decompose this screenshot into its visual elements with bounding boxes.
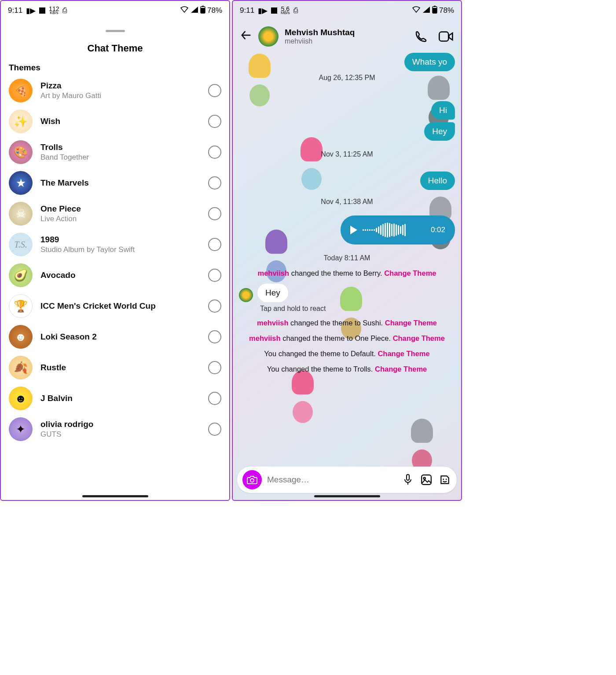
theme-radio[interactable] xyxy=(208,361,221,374)
mic-icon[interactable] xyxy=(401,473,414,486)
theme-title: 1989 xyxy=(40,235,200,244)
gallery-icon[interactable] xyxy=(420,473,433,486)
system-message: mehviish changed the theme to One Piece.… xyxy=(242,333,452,343)
battery-icon xyxy=(200,6,205,16)
theme-radio[interactable] xyxy=(208,269,221,282)
status-speed: 112 KB/s xyxy=(49,7,59,15)
theme-title: ICC Men's Cricket World Cup xyxy=(40,301,200,311)
theme-title: Wish xyxy=(40,117,200,126)
outgoing-bubble[interactable]: Hi xyxy=(431,101,455,120)
theme-icon: ☻ xyxy=(9,325,33,349)
theme-row-jbalvin[interactable]: ☻ J Balvin xyxy=(1,383,229,414)
right-screen: 9:11 ▮▶ 5.6 MB/s ⎙ 78% xyxy=(232,0,462,501)
incoming-row: Hey xyxy=(239,284,455,302)
theme-row-rustle[interactable]: 🍂 Rustle xyxy=(1,352,229,383)
header-username: mehviish xyxy=(285,37,407,45)
theme-radio[interactable] xyxy=(208,330,221,343)
theme-title: Rustle xyxy=(40,363,200,372)
message-input[interactable] xyxy=(267,475,396,485)
theme-title: Avocado xyxy=(40,270,200,280)
theme-title: olivia rodrigo xyxy=(40,420,200,429)
change-theme-link[interactable]: Change Theme xyxy=(384,269,436,277)
status-time: 9:11 xyxy=(240,6,254,15)
theme-subtitle: Live Action xyxy=(40,215,200,223)
video-call-icon[interactable] xyxy=(438,29,454,44)
sheet-pull-handle[interactable] xyxy=(106,30,125,32)
theme-row-wish[interactable]: ✨ Wish xyxy=(1,106,229,137)
avatar[interactable] xyxy=(258,26,279,47)
voice-message[interactable]: 0:02 xyxy=(341,215,455,244)
timestamp: Nov 4, 11:38 AM xyxy=(239,198,455,206)
back-arrow-icon[interactable] xyxy=(240,29,252,44)
incoming-bubble[interactable]: Hey xyxy=(257,284,288,302)
theme-title: One Piece xyxy=(40,204,200,214)
theme-radio[interactable] xyxy=(208,238,221,251)
voice-duration: 0:02 xyxy=(431,226,445,234)
wifi-icon xyxy=(180,6,189,15)
svg-rect-5 xyxy=(434,6,436,7)
svg-point-11 xyxy=(443,479,444,480)
timestamp: Today 8:11 AM xyxy=(239,254,455,262)
play-icon[interactable] xyxy=(350,226,357,234)
status-square-icon xyxy=(39,7,45,14)
message-composer xyxy=(237,467,457,493)
avatar[interactable] xyxy=(239,288,253,302)
theme-radio[interactable] xyxy=(208,146,221,159)
theme-row-avocado[interactable]: 🥑 Avocado xyxy=(1,260,229,291)
home-indicator[interactable] xyxy=(314,495,380,497)
header-user[interactable]: Mehvish Mushtaq mehviish xyxy=(285,28,407,45)
svg-rect-2 xyxy=(202,6,204,7)
change-theme-link[interactable]: Change Theme xyxy=(385,319,437,327)
bg-troll-sprite xyxy=(405,427,439,471)
outgoing-bubble[interactable]: Hey xyxy=(424,122,455,141)
signal-icon xyxy=(191,6,198,15)
theme-title: J Balvin xyxy=(40,394,200,403)
theme-radio[interactable] xyxy=(208,84,221,97)
theme-title: Loki Season 2 xyxy=(40,332,200,342)
change-theme-link[interactable]: Change Theme xyxy=(375,365,427,373)
theme-radio[interactable] xyxy=(208,207,221,220)
signal-icon xyxy=(422,6,430,15)
chat-header: Mehvish Mushtaq mehviish xyxy=(233,20,461,53)
theme-icon: ✦ xyxy=(9,417,33,441)
themes-section-label: Themes xyxy=(9,63,229,73)
theme-row-1989[interactable]: T.S. 1989 Studio Album by Taylor Swift xyxy=(1,229,229,260)
status-bar: 9:11 ▮▶ 5.6 MB/s ⎙ 78% xyxy=(233,1,461,20)
svg-rect-6 xyxy=(439,32,448,41)
audio-call-icon[interactable] xyxy=(413,29,429,44)
theme-title: The Marvels xyxy=(40,178,200,188)
status-bar: 9:11 ▮▶ 112 KB/s ⎙ 78% xyxy=(1,1,229,20)
theme-row-olivia[interactable]: ✦ olivia rodrigo GUTS xyxy=(1,414,229,445)
battery-pct: 78% xyxy=(207,6,222,15)
theme-row-trolls[interactable]: 🎨 Trolls Band Together xyxy=(1,137,229,168)
status-battery-small-icon: ⎙ xyxy=(293,6,298,15)
theme-radio[interactable] xyxy=(208,115,221,128)
sticker-icon[interactable] xyxy=(438,473,451,486)
bg-troll-sprite xyxy=(286,379,320,423)
change-theme-link[interactable]: Change Theme xyxy=(393,334,445,342)
battery-icon xyxy=(432,6,437,16)
theme-icon: 🥑 xyxy=(9,263,33,287)
outgoing-bubble[interactable]: Whats yo xyxy=(404,53,455,71)
camera-button[interactable] xyxy=(242,470,262,489)
theme-radio[interactable] xyxy=(208,299,221,313)
status-square-icon xyxy=(271,7,277,14)
theme-radio[interactable] xyxy=(208,423,221,436)
svg-rect-4 xyxy=(433,8,437,13)
theme-radio[interactable] xyxy=(208,392,221,405)
theme-row-loki[interactable]: ☻ Loki Season 2 xyxy=(1,321,229,352)
theme-icon: 🏆 xyxy=(9,294,33,318)
theme-row-icc[interactable]: 🏆 ICC Men's Cricket World Cup xyxy=(1,291,229,321)
chat-body[interactable]: Whats yo Aug 26, 12:35 PM Hi Hey Nov 3, … xyxy=(233,53,461,374)
theme-row-onepiece[interactable]: ☠ One Piece Live Action xyxy=(1,198,229,229)
change-theme-link[interactable]: Change Theme xyxy=(378,350,429,358)
theme-subtitle: Studio Album by Taylor Swift xyxy=(40,245,200,254)
home-indicator[interactable] xyxy=(82,495,148,497)
react-hint: Tap and hold to react xyxy=(260,305,455,313)
theme-row-marvels[interactable]: ★ The Marvels xyxy=(1,168,229,198)
theme-radio[interactable] xyxy=(208,176,221,190)
theme-row-pizza[interactable]: 🍕 Pizza Art by Mauro Gatti xyxy=(1,75,229,106)
outgoing-bubble[interactable]: Hello xyxy=(420,171,455,190)
status-notif-icon: ▮▶ xyxy=(26,6,36,15)
waveform xyxy=(363,223,425,237)
